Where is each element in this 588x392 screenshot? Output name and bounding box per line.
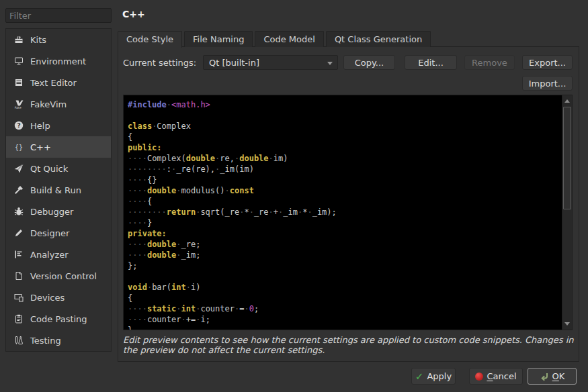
options-dialog: KitsEnvironmentText EditorFakeFakeVim?He… <box>0 0 588 392</box>
code-line: ····{} <box>128 175 562 185</box>
code-line: ····Complex(double·re,·double·im) <box>128 153 562 164</box>
tab-file-naming[interactable]: File Naming <box>184 31 253 47</box>
code-line: ····} <box>128 217 562 228</box>
chevron-down-icon <box>327 62 333 65</box>
sidebar-item-designer[interactable]: Designer <box>6 222 111 244</box>
sidebar-item-label: Build & Run <box>30 185 81 195</box>
code-preview-editor[interactable]: #include·<math.h> class·Complex{public:·… <box>123 95 573 330</box>
filter-input[interactable] <box>5 8 112 23</box>
designer-icon <box>13 228 24 238</box>
copy-button[interactable]: Copy... <box>343 55 395 70</box>
svg-text:Fake: Fake <box>15 106 22 109</box>
sidebar-item-label: Debugger <box>30 207 73 217</box>
help-icon: ? <box>13 120 24 131</box>
build-run-icon <box>13 185 24 195</box>
cancel-button[interactable]: Cancel <box>469 368 523 385</box>
sidebar-item-help[interactable]: ?Help <box>6 115 111 136</box>
code-line: { <box>128 132 562 142</box>
sidebar-item-label: Code Pasting <box>30 314 87 324</box>
tab-code-model[interactable]: Code Model <box>255 31 323 47</box>
code-line: }; <box>128 260 562 271</box>
code-line <box>128 110 562 121</box>
sidebar-item-label: Version Control <box>30 271 97 281</box>
edit-button[interactable]: Edit... <box>405 55 457 70</box>
export-button[interactable]: Export... <box>522 55 573 70</box>
sidebar-item-c[interactable]: {}C++ <box>6 136 111 158</box>
sidebar-item-version-control[interactable]: Version Control <box>6 265 111 287</box>
sidebar-item-label: Environment <box>30 56 86 66</box>
apply-button-label: Apply <box>427 371 452 381</box>
environment-icon <box>13 56 24 66</box>
scroll-down-button[interactable] <box>562 319 572 329</box>
tab-qt-class-generation[interactable]: Qt Class Generation <box>326 31 431 47</box>
code-line: public: <box>128 142 562 153</box>
tab-content-pane: Current settings: Qt [built-in] Copy... … <box>118 46 579 362</box>
version-control-icon <box>13 271 24 281</box>
triangle-up-icon <box>564 99 570 103</box>
cpp-icon: {} <box>13 142 24 152</box>
code-line: private: <box>128 228 562 239</box>
sidebar-item-text-editor[interactable]: Text Editor <box>6 72 111 93</box>
sidebar-item-analyzer[interactable]: Analyzer <box>6 244 111 265</box>
code-pasting-icon <box>13 313 24 324</box>
code-preview-content[interactable]: #include·<math.h> class·Complex{public:·… <box>124 95 562 330</box>
sidebar-item-label: Analyzer <box>30 250 69 260</box>
fakevim-icon: Fake <box>13 99 24 109</box>
sidebar-item-label: Designer <box>30 228 69 238</box>
ok-button[interactable]: OK <box>528 368 577 385</box>
sidebar-item-code-pasting[interactable]: Code Pasting <box>6 308 111 330</box>
sidebar-item-debugger[interactable]: Debugger <box>6 201 111 222</box>
sidebar-item-devices[interactable]: Devices <box>6 287 111 308</box>
sidebar-item-kits[interactable]: Kits <box>6 29 111 50</box>
sidebar-item-label: Kits <box>30 35 46 45</box>
sidebar-item-fakevim[interactable]: FakeFakeVim <box>6 93 111 115</box>
sidebar-item-testing[interactable]: Testing <box>6 330 111 351</box>
import-button[interactable]: Import... <box>522 76 573 91</box>
sidebar-item-label: C++ <box>30 142 51 152</box>
cancel-icon <box>475 373 483 381</box>
sidebar-item-label: Help <box>30 121 50 131</box>
remove-button: Remove <box>464 55 515 70</box>
kits-icon <box>13 34 24 45</box>
sidebar-item-environment[interactable]: Environment <box>6 50 111 72</box>
qt-quick-icon <box>13 163 24 174</box>
code-line: { <box>128 293 562 303</box>
settings-category-list: KitsEnvironmentText EditorFakeFakeVim?He… <box>5 28 112 352</box>
scroll-up-button[interactable] <box>562 96 572 106</box>
combo-selected-value: Qt [built-in] <box>209 58 259 68</box>
sidebar-item-label: Testing <box>30 336 61 346</box>
code-line: class·Complex <box>128 121 562 132</box>
sidebar-item-label: Devices <box>30 293 65 303</box>
code-line: ····double·_im; <box>128 250 562 260</box>
sidebar-item-build-run[interactable]: Build & Run <box>6 179 111 201</box>
code-style-select[interactable]: Qt [built-in] <box>203 55 338 70</box>
svg-text:{}: {} <box>15 144 23 151</box>
analyzer-icon <box>13 249 24 260</box>
code-line: ········return·sqrt(_re·*·_re·+·_im·*·_i… <box>128 207 562 217</box>
check-icon: ✓ <box>415 372 424 381</box>
cancel-button-label: Cancel <box>487 371 516 381</box>
page-title: C++ <box>122 9 145 19</box>
text-editor-icon <box>13 77 24 88</box>
code-line: #include·<math.h> <box>128 99 562 110</box>
tab-code-style[interactable]: Code Style <box>118 31 182 48</box>
sidebar-item-qt-quick[interactable]: Qt Quick <box>6 158 111 179</box>
code-line: ····double·modulus()·const <box>128 185 562 196</box>
code-line: } <box>128 325 562 330</box>
svg-text:?: ? <box>17 122 20 129</box>
scrollbar-thumb[interactable] <box>563 107 571 209</box>
sidebar-item-label: Text Editor <box>30 78 77 88</box>
devices-icon <box>13 292 24 303</box>
editor-vertical-scrollbar[interactable] <box>562 95 572 330</box>
ok-arrow-icon <box>540 372 549 381</box>
code-line: ········:·_re(re),·_im(im) <box>128 164 562 175</box>
apply-button[interactable]: ✓ Apply <box>411 368 456 385</box>
code-line <box>128 271 562 282</box>
sidebar-item-label: Qt Quick <box>30 164 68 174</box>
sidebar-item-label: FakeVim <box>30 99 67 109</box>
code-line: ····{ <box>128 196 562 207</box>
preview-hint-text: Edit preview contents to see how the cur… <box>123 335 577 355</box>
code-line: ····static·int·counter·=·0; <box>128 303 562 314</box>
ok-button-label: OK <box>552 371 565 381</box>
code-line: ····counter·+=·i; <box>128 314 562 325</box>
